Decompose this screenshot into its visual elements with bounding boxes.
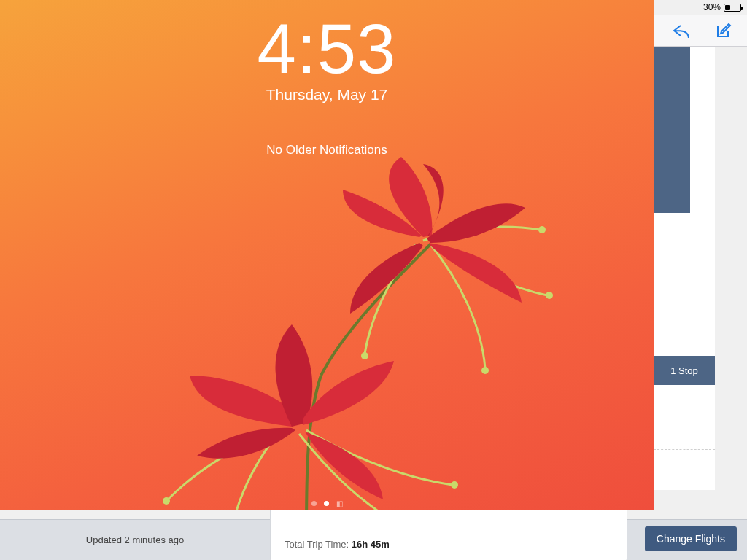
battery-icon — [724, 4, 741, 12]
compose-icon[interactable] — [713, 20, 734, 41]
trip-time-row: Total Trip Time: 16h 45m — [285, 539, 390, 550]
lockscreen-no-notifications: No Older Notifications — [0, 143, 654, 158]
lockscreen-date: Thursday, May 17 — [0, 86, 654, 104]
lockscreen[interactable]: 4:53 Thursday, May 17 No Older Notificat… — [0, 0, 654, 510]
svg-point-3 — [451, 481, 458, 489]
wallpaper-flower — [88, 157, 569, 510]
side-column: 1 Stop — [654, 47, 715, 490]
side-divider — [654, 449, 715, 450]
page-indicator[interactable]: ◧ — [0, 501, 654, 506]
battery-percent-label: 30% — [703, 2, 721, 12]
svg-point-6 — [361, 352, 368, 359]
side-header-block — [654, 47, 690, 213]
lockscreen-time: 4:53 — [0, 9, 654, 89]
camera-icon[interactable]: ◧ — [336, 501, 343, 506]
trip-time-label: Total Trip Time: — [285, 539, 352, 550]
reply-icon[interactable] — [671, 20, 692, 41]
trip-time-value: 16h 45m — [352, 539, 390, 550]
change-flights-button[interactable]: Change Flights — [645, 526, 737, 551]
status-bar: 30% — [697, 0, 747, 15]
svg-point-4 — [546, 292, 553, 299]
updated-label: Updated 2 minutes ago — [0, 534, 270, 545]
side-toolbar — [654, 15, 747, 47]
page-dot-2[interactable] — [324, 501, 329, 506]
svg-point-7 — [481, 367, 489, 374]
svg-point-5 — [538, 226, 546, 233]
battery-fill — [725, 5, 730, 10]
bottom-bar: Updated 2 minutes ago Total Trip Time: 1… — [0, 519, 747, 560]
page-dot-1[interactable] — [311, 501, 317, 506]
screen-root: 30% 1 Stop Updated 2 minutes ago — [0, 0, 747, 560]
stops-badge[interactable]: 1 Stop — [654, 356, 715, 385]
